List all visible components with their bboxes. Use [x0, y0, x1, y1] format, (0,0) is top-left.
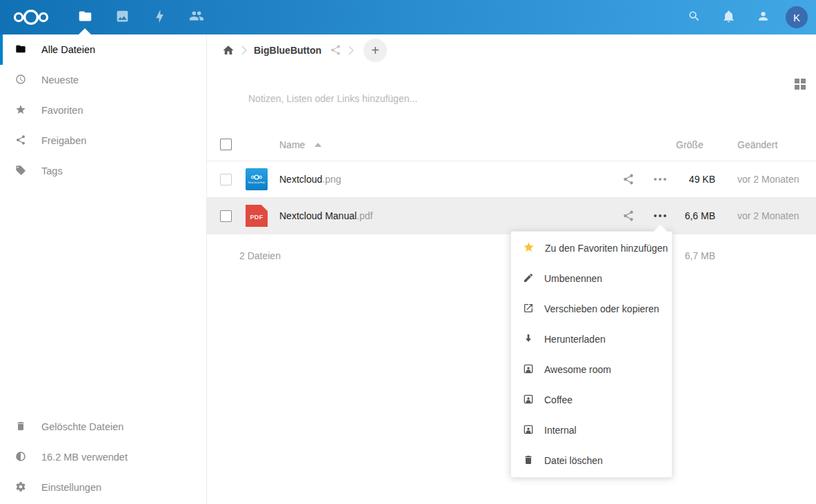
row-checkbox[interactable] [220, 210, 232, 222]
menu-item-label: Awesome room [544, 364, 611, 375]
quota-label: 16.2 MB verwendet [41, 452, 128, 463]
file-actions-context-menu: Zu den Favoriten hinzufügen Umbenennen V… [510, 231, 673, 478]
notifications-button[interactable] [711, 0, 746, 34]
download-arrow-icon [523, 333, 534, 346]
rich-workspace[interactable]: Notizen, Listen oder Links hinzufügen... [207, 65, 816, 128]
app-activity-button[interactable] [141, 0, 178, 34]
pdf-file-icon: PDF [246, 205, 268, 227]
menu-item-label: Herunterladen [544, 334, 606, 345]
file-modified: vor 2 Monaten [737, 174, 816, 185]
menu-item-add-to-favorites[interactable]: Zu den Favoriten hinzufügen [511, 233, 672, 263]
people-icon [189, 8, 204, 26]
sidebar-item-label: Freigaben [41, 135, 86, 146]
nextcloud-image-thumbnail-icon: Nextcloud Hub [246, 168, 268, 190]
pdf-badge: PDF [250, 214, 263, 221]
sidebar-item-label: Tags [41, 165, 63, 177]
row-actions-menu-icon[interactable] [644, 178, 676, 181]
home-icon[interactable] [222, 44, 235, 57]
file-size: 49 KB [676, 174, 715, 185]
folder-icon [15, 43, 26, 57]
select-all-checkbox[interactable] [220, 139, 232, 150]
sidebar-item-tags[interactable]: Tags [0, 156, 206, 186]
pencil-icon [523, 272, 534, 285]
move-external-icon [523, 303, 534, 316]
menu-item-delete-file[interactable]: Datei löschen [511, 445, 672, 476]
breadcrumb: BigBlueButton + [207, 34, 816, 65]
menu-item-rename[interactable]: Umbenennen [511, 263, 672, 294]
header-actions: K [677, 0, 816, 34]
sidebar-item-recent[interactable]: Neueste [0, 65, 206, 95]
gear-icon [15, 481, 26, 494]
chevron-right-icon [241, 45, 247, 56]
image-icon [115, 9, 130, 26]
menu-item-label: Coffee [544, 394, 573, 405]
file-row-nextcloud-manual-pdf[interactable]: PDF Nextcloud Manual .pdf 6,6 MB vor 2 M [207, 198, 816, 234]
row-share-icon[interactable] [613, 210, 644, 222]
lightning-icon [152, 9, 167, 26]
file-extension: .pdf [357, 210, 372, 221]
sidebar-item-label: Alle Dateien [41, 44, 95, 55]
sidebar-item-quota: 16.2 MB verwendet [0, 442, 206, 472]
menu-item-label: Internal [544, 425, 577, 436]
file-row-nextcloud-png[interactable]: Nextcloud Hub Nextcloud .png 49 KB vor 2 [207, 161, 816, 198]
breadcrumb-share-icon[interactable] [330, 44, 341, 56]
menu-item-room-coffee[interactable]: Coffee [511, 385, 672, 415]
menu-item-label: Datei löschen [544, 455, 603, 466]
menu-item-label: Verschieben oder kopieren [544, 303, 659, 314]
nextcloud-window: K Alle Dateien Neueste Favoriten [0, 0, 816, 504]
chevron-right-icon [348, 45, 354, 56]
column-header-name[interactable]: Name [275, 139, 613, 150]
menu-item-room-internal[interactable]: Internal [511, 415, 672, 445]
app-photos-button[interactable] [103, 0, 141, 34]
column-header-modified[interactable]: Geändert [737, 139, 816, 150]
folder-icon [78, 9, 92, 26]
row-share-icon[interactable] [613, 173, 644, 185]
nextcloud-logo-icon[interactable] [10, 6, 54, 28]
menu-item-label: Zu den Favoriten hinzufügen [545, 243, 668, 254]
app-files-button[interactable] [66, 0, 103, 34]
user-avatar[interactable]: K [786, 6, 808, 28]
trash-icon [15, 421, 26, 434]
menu-item-download[interactable]: Herunterladen [511, 324, 672, 354]
menu-item-room-awesome-room[interactable]: Awesome room [511, 354, 672, 385]
sidebar-item-label: Gelöschte Dateien [41, 421, 123, 432]
star-icon [523, 241, 535, 255]
file-extension: .png [322, 174, 341, 185]
file-name: Nextcloud Manual [279, 210, 357, 221]
column-header-size[interactable]: Größe [676, 139, 715, 150]
sidebar-item-settings[interactable]: Einstellungen [0, 472, 206, 503]
room-person-icon [523, 363, 534, 376]
thumbnail-caption: Nextcloud Hub [248, 181, 265, 184]
room-person-icon [523, 394, 534, 407]
sidebar-item-label: Favoriten [41, 105, 83, 116]
app-contacts-button[interactable] [178, 0, 215, 34]
menu-item-move-or-copy[interactable]: Verschieben oder kopieren [511, 294, 672, 324]
search-button[interactable] [677, 0, 711, 34]
trash-icon [523, 454, 534, 467]
breadcrumb-folder[interactable]: BigBlueButton [254, 45, 321, 56]
row-actions-menu-icon[interactable] [644, 214, 676, 217]
add-new-button[interactable]: + [364, 39, 387, 62]
workspace-placeholder: Notizen, Listen oder Links hinzufügen... [248, 93, 417, 104]
sidebar-item-deleted-files[interactable]: Gelöschte Dateien [0, 412, 206, 442]
row-checkbox[interactable] [220, 174, 232, 185]
star-icon [15, 104, 26, 117]
file-count: 2 Dateien [239, 250, 281, 261]
share-icon [15, 134, 26, 148]
sort-ascending-icon [315, 143, 321, 147]
top-bar: K [0, 0, 816, 34]
menu-item-label: Umbenennen [544, 273, 602, 284]
tag-icon [15, 165, 26, 178]
file-modified: vor 2 Monaten [737, 210, 816, 221]
clock-icon [15, 74, 26, 87]
person-icon [757, 10, 770, 26]
app-navigation [66, 0, 215, 34]
sidebar-item-favorites[interactable]: Favoriten [0, 95, 206, 125]
sidebar-item-shares[interactable]: Freigaben [0, 125, 206, 156]
bell-icon [722, 10, 735, 26]
contacts-menu-button[interactable] [746, 0, 780, 34]
sidebar: Alle Dateien Neueste Favoriten Freigaben [0, 34, 207, 504]
file-size: 6,6 MB [676, 210, 715, 221]
sidebar-item-all-files[interactable]: Alle Dateien [0, 34, 206, 65]
quota-pie-icon [15, 451, 26, 464]
